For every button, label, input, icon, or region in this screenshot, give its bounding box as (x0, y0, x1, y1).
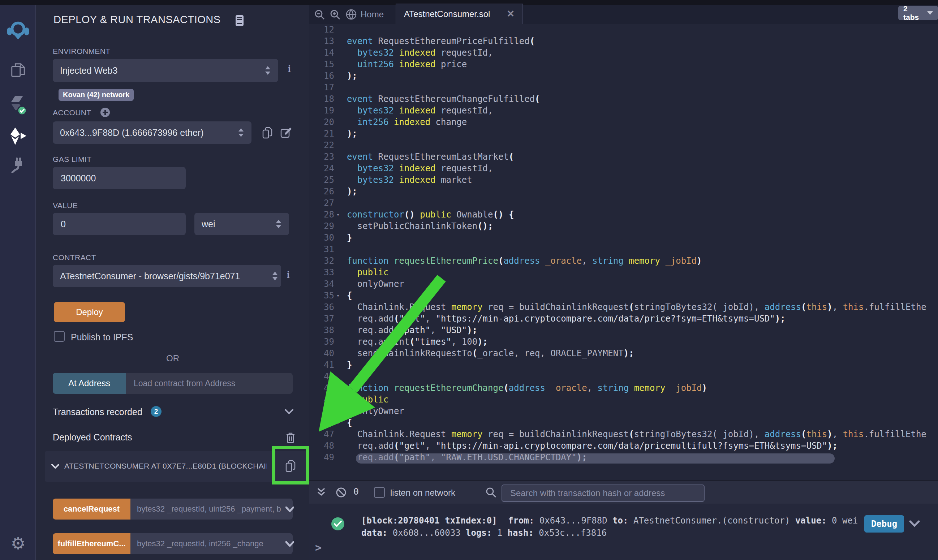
copy-account-icon[interactable] (262, 127, 272, 139)
code-line[interactable]: 39 req.addInt("times", 100); (309, 336, 938, 348)
cancel-request-expand-icon[interactable] (286, 506, 294, 512)
account-select[interactable]: 0x643...9F88D (1.666673996 ether) (53, 122, 252, 144)
log-expand-chevron-icon[interactable] (909, 520, 920, 527)
edit-account-icon[interactable] (280, 127, 292, 138)
code-line[interactable]: 18 event RequestEthereumChangeFulfilled( (309, 93, 938, 105)
code-line[interactable]: 43 function requestEthereumChange(addres… (309, 382, 938, 394)
code-line[interactable]: 33 public (309, 267, 938, 278)
code-line[interactable]: 46▾ { (309, 417, 938, 428)
file-explorer-icon[interactable] (0, 62, 36, 80)
home-globe-icon[interactable] (345, 8, 357, 21)
spinner-icon (272, 271, 278, 281)
clear-console-icon[interactable] (335, 487, 347, 498)
line-number: 33 (309, 267, 334, 278)
code-line[interactable]: 19 bytes32 indexed requestId, (309, 105, 938, 116)
code-line[interactable]: 14 bytes32 indexed requestId, (309, 47, 938, 58)
code-line[interactable]: 29 setPublicChainlinkToken(); (309, 220, 938, 232)
line-number: 39 (309, 336, 334, 348)
code-line[interactable]: 30 } (309, 232, 938, 243)
listen-network-checkbox[interactable] (374, 487, 385, 498)
code-line[interactable]: 37 req.add("get", "https://min-api.crypt… (309, 313, 938, 325)
chevron-down-icon (927, 11, 933, 15)
add-account-icon[interactable] (100, 107, 111, 118)
code-line[interactable]: 25 bytes32 indexed market (309, 174, 938, 186)
code-line[interactable]: 27 (309, 197, 938, 209)
code-line[interactable]: 26 ); (309, 186, 938, 197)
code-line[interactable]: 16 ); (309, 70, 938, 82)
log-line-1: [block:20780401 txIndex:0] from: 0x643..… (361, 514, 858, 527)
line-number: 12 (309, 24, 334, 35)
code-line[interactable]: 48 req.add("get", "https://min-api.crypt… (309, 440, 938, 452)
plugin-manager-icon[interactable] (0, 157, 36, 174)
value-unit-select[interactable]: wei (194, 213, 289, 235)
fulfill-change-button[interactable]: fulfillEthereumC... (53, 533, 131, 554)
code-text: ); (337, 128, 357, 140)
zoom-in-icon[interactable] (329, 9, 340, 20)
line-number: 46 (309, 417, 334, 428)
code-line[interactable]: 31 (309, 243, 938, 255)
code-line[interactable]: 42 (309, 371, 938, 382)
code-line[interactable]: 44 public (309, 394, 938, 405)
settings-gear-icon[interactable]: ⚙ (0, 535, 36, 552)
fulfill-change-args-input[interactable] (131, 533, 293, 554)
code-line[interactable]: 45 onlyOwner (309, 405, 938, 417)
environment-select[interactable]: Injected Web3 (53, 59, 278, 82)
debug-button[interactable]: Debug (864, 515, 904, 532)
code-line[interactable]: 15 uint256 indexed price (309, 58, 938, 70)
docs-icon[interactable] (235, 15, 244, 26)
line-number: 29 (309, 220, 334, 232)
deploy-and-run-icon[interactable] (0, 127, 36, 147)
cancel-request-args-input[interactable] (131, 498, 293, 520)
code-text: setPublicChainlinkToken(); (337, 220, 493, 232)
code-line[interactable]: 41 } (309, 359, 938, 371)
code-line[interactable]: 32 function requestEthereumPrice(address… (309, 255, 938, 267)
contract-expand-chevron-icon[interactable] (51, 464, 59, 469)
line-number: 34 (309, 278, 334, 290)
transaction-log[interactable]: [block:20780401 txIndex:0] from: 0x643..… (361, 514, 858, 539)
publish-ipfs-checkbox[interactable] (54, 331, 65, 342)
code-line[interactable]: 47 Chainlink.Request memory req = buildC… (309, 428, 938, 440)
code-area[interactable]: 1213 event RequestEthereumPriceFulfilled… (309, 24, 938, 480)
value-input[interactable] (53, 213, 186, 235)
at-address-button[interactable]: At Address (53, 373, 126, 394)
zoom-out-icon[interactable] (314, 9, 325, 20)
code-line[interactable]: 23 event RequestEthereumLastMarket( (309, 151, 938, 163)
tabs-count-dropdown[interactable]: 2 tabs (898, 6, 938, 20)
listen-network-label: listen on network (390, 488, 455, 498)
code-line[interactable]: 20 int256 indexed change (309, 116, 938, 128)
remix-logo-icon[interactable] (0, 19, 36, 43)
code-line[interactable]: 12 (309, 24, 938, 35)
contract-info-icon[interactable]: i (287, 269, 290, 280)
contract-select[interactable]: ATestnetConsumer - browser/gists/9b71e07… (53, 265, 281, 287)
code-line[interactable]: 17 (309, 82, 938, 93)
tab-home[interactable]: Home (361, 9, 384, 20)
code-line[interactable]: 21 ); (309, 128, 938, 140)
code-text: bytes32 indexed requestId, (337, 47, 493, 58)
line-number: 14 (309, 47, 334, 58)
expand-terminal-icon[interactable] (317, 488, 326, 497)
code-line[interactable]: 24 bytes32 indexed requestId, (309, 163, 938, 174)
solidity-compiler-icon[interactable] (0, 95, 36, 117)
code-line[interactable]: 34 onlyOwner (309, 278, 938, 290)
terminal-search-input[interactable] (501, 485, 704, 502)
code-line[interactable]: 22 (309, 140, 938, 151)
at-address-input[interactable] (126, 373, 293, 394)
deploy-button[interactable]: Deploy (54, 302, 125, 322)
deployed-contract-card[interactable]: ATESTNETCONSUMER AT 0X7E7...E80D1 (BLOCK… (45, 451, 306, 482)
tab-close-icon[interactable]: ✕ (507, 8, 515, 20)
environment-info-icon[interactable]: i (288, 63, 291, 74)
gas-limit-input[interactable] (53, 167, 186, 189)
code-line[interactable]: 38 req.add("path", "USD"); (309, 325, 938, 336)
tab-active-file[interactable]: ATestnetConsumer.sol ✕ (396, 4, 523, 24)
code-line[interactable]: 13 event RequestEthereumPriceFulfilled( (309, 35, 938, 47)
fulfill-change-expand-icon[interactable] (286, 541, 294, 547)
terminal-prompt[interactable]: > (315, 541, 321, 554)
code-line[interactable]: 40 sendChainlinkRequestTo(_oracle, req, … (309, 348, 938, 359)
horizontal-scrollbar[interactable] (356, 454, 835, 463)
code-line[interactable]: 36 Chainlink.Request memory req = buildC… (309, 301, 938, 313)
cancel-request-button[interactable]: cancelRequest (53, 498, 131, 520)
transactions-chevron-icon[interactable] (285, 409, 294, 414)
code-line[interactable]: 35▾ { (309, 290, 938, 301)
trash-icon[interactable] (286, 432, 295, 444)
code-line[interactable]: 28▾ constructor() public Ownable() { (309, 209, 938, 220)
